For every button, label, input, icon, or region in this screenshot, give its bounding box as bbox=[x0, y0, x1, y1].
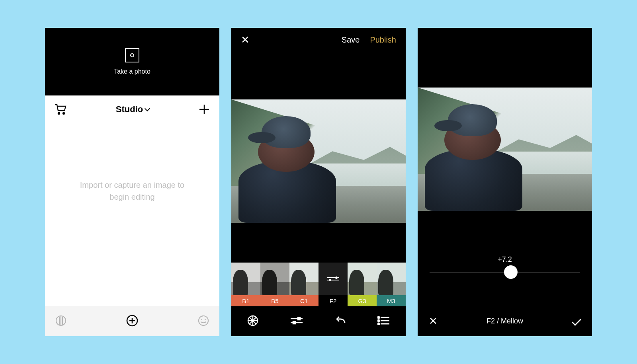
svg-point-10 bbox=[378, 317, 379, 318]
adjust-screen: +7.2 ✕ F2 / Mellow bbox=[418, 28, 592, 336]
filter-label: G3 bbox=[348, 295, 377, 306]
filter-label: B1 bbox=[231, 295, 260, 306]
adjust-bottombar: ✕ F2 / Mellow bbox=[418, 306, 592, 336]
library-icon[interactable] bbox=[55, 315, 66, 328]
studio-empty-state: Import or capture an image to begin edit… bbox=[45, 123, 219, 306]
add-icon[interactable] bbox=[199, 104, 210, 115]
slider-track[interactable] bbox=[430, 272, 580, 273]
filter-label: M3 bbox=[377, 295, 406, 306]
confirm-icon[interactable] bbox=[572, 317, 581, 325]
sliders-mini-icon bbox=[326, 276, 340, 282]
studio-title-label: Studio bbox=[116, 104, 143, 115]
slider-value-label: +7.2 bbox=[498, 255, 512, 264]
filter-label: C1 bbox=[289, 295, 318, 306]
photo-preview bbox=[418, 88, 592, 211]
studio-tabbar bbox=[45, 306, 219, 336]
shop-icon[interactable] bbox=[55, 104, 66, 115]
filter-m3[interactable]: M3 bbox=[377, 263, 406, 306]
filter-label: F2 bbox=[318, 295, 348, 306]
svg-point-11 bbox=[378, 320, 379, 321]
svg-point-6 bbox=[329, 279, 331, 281]
list-icon[interactable] bbox=[377, 316, 390, 327]
camera-header[interactable]: Take a photo bbox=[45, 28, 219, 95]
sliders-icon[interactable] bbox=[290, 316, 303, 327]
filter-f2[interactable]: F2 bbox=[318, 263, 348, 306]
filter-c1[interactable]: C1 bbox=[289, 263, 318, 306]
chevron-down-icon bbox=[145, 106, 150, 111]
filter-strip[interactable]: B1 B5 C1 F2 G3 M3 bbox=[231, 263, 406, 306]
save-button[interactable]: Save bbox=[342, 35, 360, 45]
publish-button[interactable]: Publish bbox=[370, 35, 396, 45]
smile-icon[interactable] bbox=[198, 315, 209, 328]
studio-screen: Take a photo Studio Import or capture an… bbox=[45, 28, 219, 336]
svg-rect-8 bbox=[298, 317, 300, 320]
photo-preview bbox=[231, 99, 406, 223]
camera-icon bbox=[125, 48, 139, 62]
filter-b1[interactable]: B1 bbox=[231, 263, 260, 306]
take-photo-label: Take a photo bbox=[114, 68, 150, 75]
svg-point-12 bbox=[378, 323, 379, 325]
svg-point-1 bbox=[63, 113, 64, 114]
filter-name-label: F2 / Mellow bbox=[487, 317, 523, 325]
slider-knob[interactable] bbox=[504, 265, 518, 279]
svg-point-0 bbox=[58, 113, 60, 114]
svg-point-4 bbox=[199, 316, 208, 325]
empty-message: Import or capture an image to begin edit… bbox=[76, 179, 188, 203]
cancel-icon[interactable]: ✕ bbox=[429, 315, 438, 327]
svg-point-5 bbox=[336, 277, 337, 278]
filter-label: B5 bbox=[260, 295, 289, 306]
editor-screen: ✕ Save Publish B1 B5 C1 F2 bbox=[231, 28, 406, 336]
studio-dropdown[interactable]: Studio bbox=[116, 104, 149, 115]
editor-topbar: ✕ Save Publish bbox=[231, 28, 406, 52]
svg-rect-9 bbox=[293, 321, 295, 324]
editor-toolbar bbox=[231, 306, 406, 336]
filter-b5[interactable]: B5 bbox=[260, 263, 289, 306]
intensity-slider[interactable]: +7.2 bbox=[430, 255, 580, 273]
presets-icon[interactable] bbox=[247, 315, 259, 328]
filter-g3[interactable]: G3 bbox=[348, 263, 377, 306]
close-icon[interactable]: ✕ bbox=[241, 34, 250, 46]
undo-icon[interactable] bbox=[334, 316, 346, 327]
add-circle-icon[interactable] bbox=[126, 315, 138, 328]
studio-toolbar: Studio bbox=[45, 95, 219, 123]
